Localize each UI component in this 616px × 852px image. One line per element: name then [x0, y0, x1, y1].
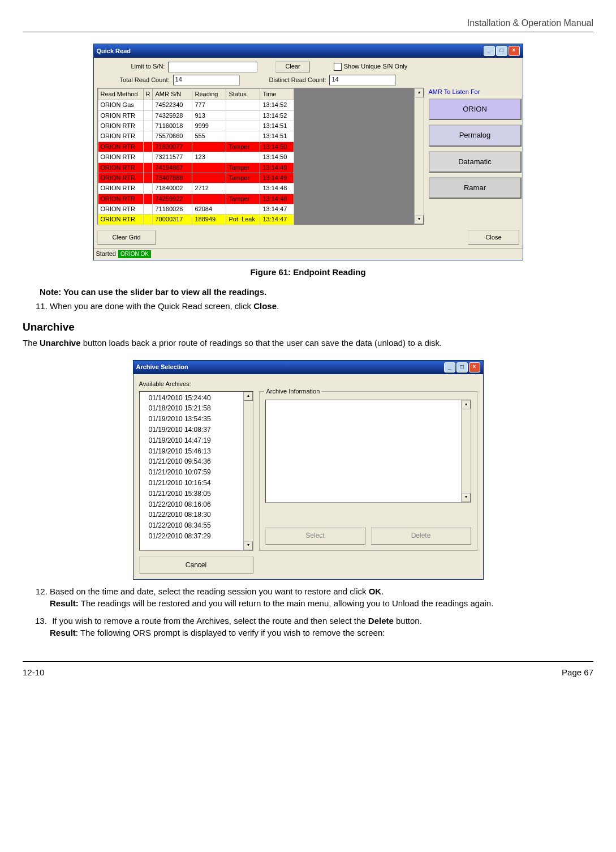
step-13-result-label: Result	[50, 628, 76, 637]
step-13-result-text: : The following ORS prompt is displayed …	[76, 628, 385, 637]
column-header[interactable]: R	[143, 88, 153, 100]
archive-minimize-icon[interactable]: _	[444, 362, 455, 373]
table-cell: 71840002	[153, 183, 192, 194]
list-item[interactable]: 01/19/2010 13:54:35	[149, 414, 243, 425]
table-row[interactable]: ORION RTR73407888Tamper13:14:49	[98, 173, 294, 183]
list-item[interactable]: 01/18/2010 15:21:58	[149, 403, 243, 414]
table-row[interactable]: ORION RTR71160018999913:14:51	[98, 121, 294, 131]
table-cell: 13:14:51	[260, 131, 294, 142]
table-row[interactable]: ORION RTR7557066055513:14:51	[98, 131, 294, 142]
table-cell: 13:14:52	[260, 100, 294, 110]
step-13-dot: button.	[394, 616, 422, 626]
table-cell	[143, 131, 153, 142]
table-cell: Tamper	[226, 162, 260, 173]
status-bar: Started ORION OK	[94, 248, 523, 259]
amr-orion-button[interactable]: ORION	[429, 99, 522, 120]
column-header[interactable]: Time	[260, 88, 294, 100]
table-row[interactable]: ORION RTR711600286208413:14:47	[98, 204, 294, 215]
list-item[interactable]: 01/21/2010 15:38:05	[149, 489, 243, 499]
step-12: Based on the time and date, select the r…	[50, 585, 593, 609]
table-cell: 2712	[192, 183, 226, 194]
table-cell	[143, 194, 153, 204]
readings-grid[interactable]: Read MethodRAMR S/NReadingStatusTime ORI…	[97, 88, 424, 225]
table-cell: 73407888	[153, 173, 192, 183]
clear-grid-button[interactable]: Clear Grid	[97, 230, 156, 245]
list-item[interactable]: 01/22/2010 08:18:30	[149, 510, 243, 520]
list-item[interactable]: 01/21/2010 09:54:36	[149, 456, 243, 467]
minimize-icon[interactable]: _	[484, 46, 495, 56]
table-cell	[143, 110, 153, 121]
section-heading: Unarchive	[23, 320, 593, 335]
table-row[interactable]: ORION RTR7321157712313:14:50	[98, 152, 294, 162]
close-button[interactable]: Close	[468, 230, 519, 245]
section-body-suffix: button loads back a prior route of readi…	[81, 338, 442, 348]
column-header[interactable]: AMR S/N	[153, 88, 192, 100]
table-row[interactable]: ORION RTR71830077Tamper13:14:50	[98, 142, 294, 152]
table-cell: 71160028	[153, 204, 192, 215]
scroll-down-icon[interactable]: ▾	[415, 215, 424, 224]
delete-button[interactable]: Delete	[371, 527, 471, 545]
grid-scrollbar[interactable]: ▴ ▾	[414, 88, 424, 224]
info-scroll-down-icon[interactable]: ▾	[462, 493, 471, 502]
table-row[interactable]: ORION RTR7432592891313:14:52	[98, 110, 294, 121]
list-item[interactable]: 01/21/2010 10:16:54	[149, 478, 243, 489]
list-item[interactable]: 01/14/2010 15:24:40	[149, 393, 243, 404]
list-item[interactable]: 01/19/2010 15:46:13	[149, 446, 243, 457]
clear-button[interactable]: Clear	[275, 61, 309, 72]
info-scroll-up-icon[interactable]: ▴	[462, 400, 471, 409]
table-cell: 73211577	[153, 152, 192, 162]
step-12-result-label: Result:	[50, 598, 79, 608]
list-item[interactable]: 01/22/2010 08:37:29	[149, 531, 243, 542]
column-header[interactable]: Reading	[192, 88, 226, 100]
archive-window: Archive Selection _ □ × Available Archiv…	[133, 360, 484, 580]
amr-ramar-button[interactable]: Ramar	[429, 177, 522, 199]
list-item[interactable]: 01/19/2010 14:47:19	[149, 435, 243, 446]
table-row[interactable]: ORION Gas7452234077713:14:52	[98, 100, 294, 110]
table-cell: ORION RTR	[98, 194, 143, 204]
maximize-icon[interactable]: □	[496, 46, 507, 56]
cancel-button[interactable]: Cancel	[139, 556, 253, 574]
table-cell: ORION RTR	[98, 131, 143, 142]
column-header[interactable]: Status	[226, 88, 260, 100]
table-row[interactable]: ORION RTR74259922Tamper13:14:48	[98, 194, 294, 204]
list-item[interactable]: 01/22/2010 08:34:55	[149, 520, 243, 531]
list-item[interactable]: 01/19/2010 14:08:37	[149, 425, 243, 435]
note-text: Note: You can use the slider bar to view…	[40, 286, 593, 298]
table-cell: Tamper	[226, 173, 260, 183]
show-unique-checkbox[interactable]	[334, 63, 342, 71]
archive-close-icon[interactable]: ×	[469, 362, 480, 373]
limit-sn-input[interactable]	[168, 62, 257, 72]
table-cell	[192, 142, 226, 152]
amr-datamatic-button[interactable]: Datamatic	[429, 151, 522, 173]
amr-permalog-button[interactable]: Permalog	[429, 125, 522, 146]
table-row[interactable]: ORION RTR74194867Tamper13:14:49	[98, 162, 294, 173]
archive-maximize-icon[interactable]: □	[456, 362, 468, 373]
archive-listbox[interactable]: 01/14/2010 15:24:4001/18/2010 15:21:5801…	[139, 391, 253, 551]
step-12-result-text: The readings will be restored and you wi…	[79, 598, 493, 608]
table-cell: 13:14:50	[260, 152, 294, 162]
list-item[interactable]: 01/22/2010 08:16:06	[149, 499, 243, 510]
archive-scroll-up-icon[interactable]: ▴	[244, 392, 253, 401]
table-cell: 74325928	[153, 110, 192, 121]
step-11-suffix: .	[277, 301, 279, 311]
table-cell	[143, 173, 153, 183]
select-button[interactable]: Select	[265, 527, 365, 545]
archive-info-group: Archive Information ▴ ▾ Select Delete	[259, 391, 477, 551]
close-icon[interactable]: ×	[509, 46, 520, 56]
archive-scroll-down-icon[interactable]: ▾	[244, 541, 253, 550]
list-item[interactable]: 01/21/2010 10:07:59	[149, 467, 243, 478]
table-cell	[143, 162, 153, 173]
table-row[interactable]: ORION RTR71840002271213:14:48	[98, 183, 294, 194]
table-cell: 13:14:52	[260, 110, 294, 121]
table-row[interactable]: ORION RTR70000317188949Pot. Leak13:14:47	[98, 215, 294, 225]
table-cell: ORION Gas	[98, 100, 143, 110]
table-cell	[226, 121, 260, 131]
archive-titlebar: Archive Selection _ □ ×	[133, 361, 483, 374]
column-header[interactable]: Read Method	[98, 88, 143, 100]
step-13: 13. If you wish to remove a route from t…	[23, 615, 593, 639]
archive-scrollbar[interactable]: ▴ ▾	[243, 392, 253, 550]
scroll-up-icon[interactable]: ▴	[415, 88, 424, 97]
show-unique-label: Show Unique S/N Only	[344, 62, 408, 71]
table-cell: ORION RTR	[98, 110, 143, 121]
info-scrollbar[interactable]: ▴ ▾	[461, 400, 471, 502]
